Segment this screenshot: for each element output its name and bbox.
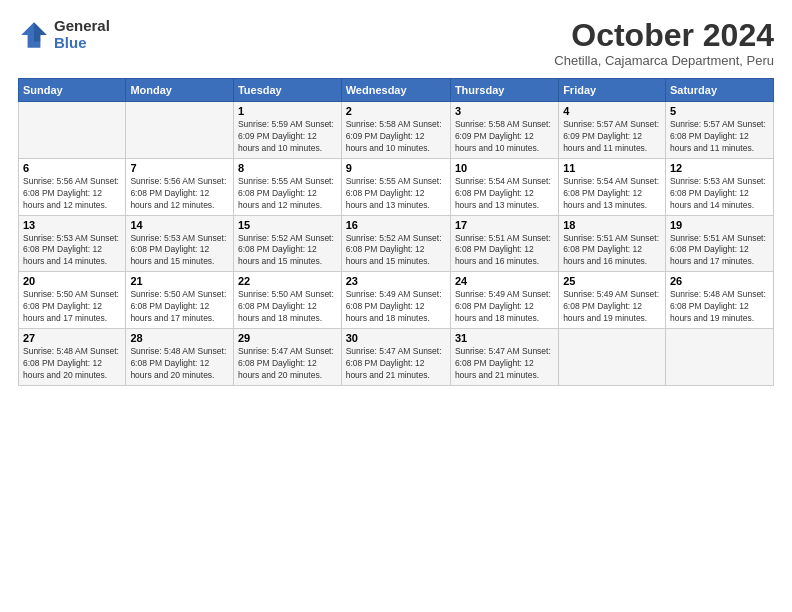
col-thursday: Thursday — [450, 79, 558, 102]
calendar-cell: 29Sunrise: 5:47 AM Sunset: 6:08 PM Dayli… — [233, 328, 341, 385]
day-number: 14 — [130, 219, 229, 231]
day-number: 12 — [670, 162, 769, 174]
calendar-cell: 14Sunrise: 5:53 AM Sunset: 6:08 PM Dayli… — [126, 215, 234, 272]
calendar-cell: 4Sunrise: 5:57 AM Sunset: 6:09 PM Daylig… — [559, 102, 666, 159]
day-number: 21 — [130, 275, 229, 287]
day-number: 28 — [130, 332, 229, 344]
calendar-cell: 20Sunrise: 5:50 AM Sunset: 6:08 PM Dayli… — [19, 272, 126, 329]
day-info: Sunrise: 5:57 AM Sunset: 6:09 PM Dayligh… — [563, 119, 661, 155]
day-number: 25 — [563, 275, 661, 287]
calendar-week-2: 6Sunrise: 5:56 AM Sunset: 6:08 PM Daylig… — [19, 158, 774, 215]
svg-marker-1 — [34, 22, 47, 41]
calendar-cell: 28Sunrise: 5:48 AM Sunset: 6:08 PM Dayli… — [126, 328, 234, 385]
day-number: 4 — [563, 105, 661, 117]
page: General Blue October 2024 Chetilla, Caja… — [0, 0, 792, 612]
day-info: Sunrise: 5:48 AM Sunset: 6:08 PM Dayligh… — [130, 346, 229, 382]
day-number: 29 — [238, 332, 337, 344]
day-info: Sunrise: 5:51 AM Sunset: 6:08 PM Dayligh… — [670, 233, 769, 269]
day-info: Sunrise: 5:54 AM Sunset: 6:08 PM Dayligh… — [563, 176, 661, 212]
calendar-week-5: 27Sunrise: 5:48 AM Sunset: 6:08 PM Dayli… — [19, 328, 774, 385]
day-number: 15 — [238, 219, 337, 231]
logo-general-text: General — [54, 18, 110, 35]
day-info: Sunrise: 5:55 AM Sunset: 6:08 PM Dayligh… — [238, 176, 337, 212]
col-wednesday: Wednesday — [341, 79, 450, 102]
day-number: 10 — [455, 162, 554, 174]
calendar-cell: 3Sunrise: 5:58 AM Sunset: 6:09 PM Daylig… — [450, 102, 558, 159]
calendar-week-3: 13Sunrise: 5:53 AM Sunset: 6:08 PM Dayli… — [19, 215, 774, 272]
calendar-cell: 13Sunrise: 5:53 AM Sunset: 6:08 PM Dayli… — [19, 215, 126, 272]
calendar-cell: 1Sunrise: 5:59 AM Sunset: 6:09 PM Daylig… — [233, 102, 341, 159]
day-number: 3 — [455, 105, 554, 117]
day-info: Sunrise: 5:49 AM Sunset: 6:08 PM Dayligh… — [346, 289, 446, 325]
calendar-cell: 15Sunrise: 5:52 AM Sunset: 6:08 PM Dayli… — [233, 215, 341, 272]
day-info: Sunrise: 5:48 AM Sunset: 6:08 PM Dayligh… — [670, 289, 769, 325]
day-number: 27 — [23, 332, 121, 344]
day-info: Sunrise: 5:58 AM Sunset: 6:09 PM Dayligh… — [346, 119, 446, 155]
day-info: Sunrise: 5:58 AM Sunset: 6:09 PM Dayligh… — [455, 119, 554, 155]
calendar-header: Sunday Monday Tuesday Wednesday Thursday… — [19, 79, 774, 102]
header: General Blue October 2024 Chetilla, Caja… — [18, 18, 774, 68]
day-number: 18 — [563, 219, 661, 231]
day-info: Sunrise: 5:59 AM Sunset: 6:09 PM Dayligh… — [238, 119, 337, 155]
col-saturday: Saturday — [665, 79, 773, 102]
calendar-cell: 24Sunrise: 5:49 AM Sunset: 6:08 PM Dayli… — [450, 272, 558, 329]
calendar-cell: 5Sunrise: 5:57 AM Sunset: 6:08 PM Daylig… — [665, 102, 773, 159]
calendar-cell — [126, 102, 234, 159]
day-info: Sunrise: 5:53 AM Sunset: 6:08 PM Dayligh… — [670, 176, 769, 212]
calendar-cell: 6Sunrise: 5:56 AM Sunset: 6:08 PM Daylig… — [19, 158, 126, 215]
calendar-table: Sunday Monday Tuesday Wednesday Thursday… — [18, 78, 774, 385]
day-number: 11 — [563, 162, 661, 174]
subtitle: Chetilla, Cajamarca Department, Peru — [554, 53, 774, 68]
calendar-cell: 23Sunrise: 5:49 AM Sunset: 6:08 PM Dayli… — [341, 272, 450, 329]
col-tuesday: Tuesday — [233, 79, 341, 102]
day-info: Sunrise: 5:50 AM Sunset: 6:08 PM Dayligh… — [130, 289, 229, 325]
col-sunday: Sunday — [19, 79, 126, 102]
day-number: 23 — [346, 275, 446, 287]
day-info: Sunrise: 5:49 AM Sunset: 6:08 PM Dayligh… — [455, 289, 554, 325]
calendar-cell: 26Sunrise: 5:48 AM Sunset: 6:08 PM Dayli… — [665, 272, 773, 329]
day-info: Sunrise: 5:54 AM Sunset: 6:08 PM Dayligh… — [455, 176, 554, 212]
calendar-cell: 17Sunrise: 5:51 AM Sunset: 6:08 PM Dayli… — [450, 215, 558, 272]
day-number: 17 — [455, 219, 554, 231]
title-block: October 2024 Chetilla, Cajamarca Departm… — [554, 18, 774, 68]
calendar-cell: 12Sunrise: 5:53 AM Sunset: 6:08 PM Dayli… — [665, 158, 773, 215]
day-number: 2 — [346, 105, 446, 117]
day-info: Sunrise: 5:47 AM Sunset: 6:08 PM Dayligh… — [238, 346, 337, 382]
day-number: 16 — [346, 219, 446, 231]
calendar-cell — [559, 328, 666, 385]
day-number: 8 — [238, 162, 337, 174]
calendar-cell: 25Sunrise: 5:49 AM Sunset: 6:08 PM Dayli… — [559, 272, 666, 329]
col-friday: Friday — [559, 79, 666, 102]
day-number: 26 — [670, 275, 769, 287]
col-monday: Monday — [126, 79, 234, 102]
day-number: 9 — [346, 162, 446, 174]
logo-text: General Blue — [54, 18, 110, 51]
calendar-week-1: 1Sunrise: 5:59 AM Sunset: 6:09 PM Daylig… — [19, 102, 774, 159]
calendar-cell: 9Sunrise: 5:55 AM Sunset: 6:08 PM Daylig… — [341, 158, 450, 215]
day-info: Sunrise: 5:53 AM Sunset: 6:08 PM Dayligh… — [130, 233, 229, 269]
calendar-cell: 7Sunrise: 5:56 AM Sunset: 6:08 PM Daylig… — [126, 158, 234, 215]
calendar-cell: 16Sunrise: 5:52 AM Sunset: 6:08 PM Dayli… — [341, 215, 450, 272]
calendar-cell: 10Sunrise: 5:54 AM Sunset: 6:08 PM Dayli… — [450, 158, 558, 215]
day-info: Sunrise: 5:53 AM Sunset: 6:08 PM Dayligh… — [23, 233, 121, 269]
day-info: Sunrise: 5:56 AM Sunset: 6:08 PM Dayligh… — [23, 176, 121, 212]
day-info: Sunrise: 5:52 AM Sunset: 6:08 PM Dayligh… — [238, 233, 337, 269]
calendar-cell: 8Sunrise: 5:55 AM Sunset: 6:08 PM Daylig… — [233, 158, 341, 215]
day-info: Sunrise: 5:47 AM Sunset: 6:08 PM Dayligh… — [346, 346, 446, 382]
day-number: 13 — [23, 219, 121, 231]
header-row: Sunday Monday Tuesday Wednesday Thursday… — [19, 79, 774, 102]
day-number: 24 — [455, 275, 554, 287]
day-number: 19 — [670, 219, 769, 231]
day-info: Sunrise: 5:50 AM Sunset: 6:08 PM Dayligh… — [238, 289, 337, 325]
day-number: 20 — [23, 275, 121, 287]
calendar-cell: 27Sunrise: 5:48 AM Sunset: 6:08 PM Dayli… — [19, 328, 126, 385]
logo: General Blue — [18, 18, 110, 51]
calendar-cell: 30Sunrise: 5:47 AM Sunset: 6:08 PM Dayli… — [341, 328, 450, 385]
day-number: 1 — [238, 105, 337, 117]
calendar-cell: 19Sunrise: 5:51 AM Sunset: 6:08 PM Dayli… — [665, 215, 773, 272]
calendar-week-4: 20Sunrise: 5:50 AM Sunset: 6:08 PM Dayli… — [19, 272, 774, 329]
calendar-cell: 22Sunrise: 5:50 AM Sunset: 6:08 PM Dayli… — [233, 272, 341, 329]
day-info: Sunrise: 5:47 AM Sunset: 6:08 PM Dayligh… — [455, 346, 554, 382]
calendar-cell: 2Sunrise: 5:58 AM Sunset: 6:09 PM Daylig… — [341, 102, 450, 159]
day-info: Sunrise: 5:51 AM Sunset: 6:08 PM Dayligh… — [455, 233, 554, 269]
